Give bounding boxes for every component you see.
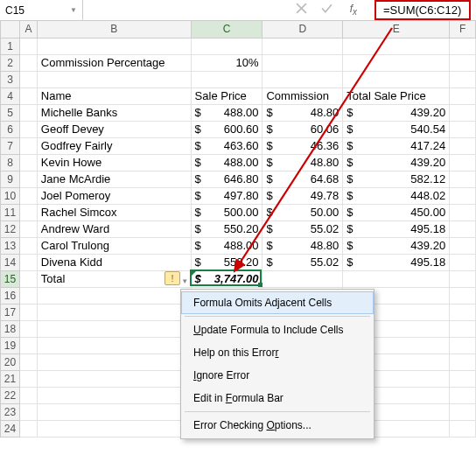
row-header-16[interactable]: 16 xyxy=(1,287,20,304)
cell-A22[interactable] xyxy=(19,387,37,403)
cell-A21[interactable] xyxy=(19,370,37,387)
cell-E11[interactable]: $450.00 xyxy=(343,204,450,220)
chevron-down-icon[interactable]: ▼ xyxy=(70,6,77,14)
cell-A8[interactable] xyxy=(19,154,37,171)
row-header-12[interactable]: 12 xyxy=(1,220,20,237)
cell-E10[interactable]: $448.02 xyxy=(343,187,450,204)
cell-C3[interactable] xyxy=(191,71,262,88)
cell-A20[interactable] xyxy=(19,354,37,370)
confirm-icon[interactable] xyxy=(321,3,332,17)
cell-B7[interactable]: Godfrey Fairly xyxy=(37,137,191,154)
cell-B19[interactable] xyxy=(37,337,191,354)
name-box[interactable]: C15 ▼ xyxy=(0,0,83,20)
cell-F23[interactable] xyxy=(450,403,476,420)
row-header-9[interactable]: 9 xyxy=(1,171,20,187)
cell-B5[interactable]: Michelle Banks xyxy=(37,104,191,121)
cell-A24[interactable] xyxy=(19,420,37,437)
cell-A6[interactable] xyxy=(19,121,37,137)
cell-B9[interactable]: Jane McArdie xyxy=(37,171,191,187)
menu-error-options[interactable]: Error Checking Options... xyxy=(181,414,374,437)
cell-B20[interactable] xyxy=(37,354,191,370)
cell-A18[interactable] xyxy=(19,320,37,337)
row-header-20[interactable]: 20 xyxy=(1,354,20,370)
cell-F11[interactable] xyxy=(450,204,476,220)
formula-input[interactable]: =SUM(C6:C12) xyxy=(374,0,471,20)
row-header-1[interactable]: 1 xyxy=(1,38,20,54)
cell-F4[interactable] xyxy=(450,88,476,104)
cell-D3[interactable] xyxy=(262,71,343,88)
cell-D15[interactable] xyxy=(262,270,343,287)
cell-E5[interactable]: $439.20 xyxy=(343,104,450,121)
cell-A17[interactable] xyxy=(19,304,37,320)
cell-C6[interactable]: $600.60 xyxy=(191,121,262,137)
cell-B21[interactable] xyxy=(37,370,191,387)
cell-F14[interactable] xyxy=(450,254,476,270)
cell-C12[interactable]: $550.20 xyxy=(191,220,262,237)
cell-F12[interactable] xyxy=(450,220,476,237)
cell-D11[interactable]: $50.00 xyxy=(262,204,343,220)
row-header-22[interactable]: 22 xyxy=(1,387,20,403)
cell-A23[interactable] xyxy=(19,403,37,420)
row-header-7[interactable]: 7 xyxy=(1,137,20,154)
cell-A5[interactable] xyxy=(19,104,37,121)
cell-D5[interactable]: $48.80 xyxy=(262,104,343,121)
cell-A15[interactable] xyxy=(19,270,37,287)
cell-B23[interactable] xyxy=(37,403,191,420)
cell-B17[interactable] xyxy=(37,304,191,320)
cell-D10[interactable]: $49.78 xyxy=(262,187,343,204)
cell-D7[interactable]: $46.36 xyxy=(262,137,343,154)
cell-B16[interactable] xyxy=(37,287,191,304)
menu-formula-omits[interactable]: Formula Omits Adjacent Cells xyxy=(181,291,374,314)
cell-A3[interactable] xyxy=(19,71,37,88)
row-header-18[interactable]: 18 xyxy=(1,320,20,337)
cell-F1[interactable] xyxy=(450,38,476,54)
cell-B2[interactable]: Commission Percentage xyxy=(37,54,191,71)
cell-F24[interactable] xyxy=(450,420,476,437)
cell-B4[interactable]: Name xyxy=(37,88,191,104)
cell-D12[interactable]: $55.02 xyxy=(262,220,343,237)
chevron-down-icon[interactable]: ▼ xyxy=(181,276,188,288)
cell-A10[interactable] xyxy=(19,187,37,204)
cell-A13[interactable] xyxy=(19,237,37,254)
cell-B24[interactable] xyxy=(37,420,191,437)
cell-E9[interactable]: $582.12 xyxy=(343,171,450,187)
cell-C7[interactable]: $463.60 xyxy=(191,137,262,154)
cell-F7[interactable] xyxy=(450,137,476,154)
cell-F21[interactable] xyxy=(450,370,476,387)
cell-B10[interactable]: Joel Pomeroy xyxy=(37,187,191,204)
cell-D9[interactable]: $64.68 xyxy=(262,171,343,187)
error-smart-tag[interactable]: !▼ xyxy=(164,271,180,285)
cell-F20[interactable] xyxy=(450,354,476,370)
cell-F22[interactable] xyxy=(450,387,476,403)
col-header-F[interactable]: F xyxy=(450,21,476,38)
cell-A1[interactable] xyxy=(19,38,37,54)
cell-C9[interactable]: $646.80 xyxy=(191,171,262,187)
cell-C11[interactable]: $500.00 xyxy=(191,204,262,220)
cell-F17[interactable] xyxy=(450,304,476,320)
row-header-14[interactable]: 14 xyxy=(1,254,20,270)
cell-A14[interactable] xyxy=(19,254,37,270)
row-header-19[interactable]: 19 xyxy=(1,337,20,354)
cell-F13[interactable] xyxy=(450,237,476,254)
row-header-17[interactable]: 17 xyxy=(1,304,20,320)
cell-E7[interactable]: $417.24 xyxy=(343,137,450,154)
cell-D4[interactable]: Commission xyxy=(262,88,343,104)
cell-E1[interactable] xyxy=(343,38,450,54)
cell-E14[interactable]: $495.18 xyxy=(343,254,450,270)
cell-C5[interactable]: $488.00 xyxy=(191,104,262,121)
cell-F3[interactable] xyxy=(450,71,476,88)
cell-F9[interactable] xyxy=(450,171,476,187)
row-header-2[interactable]: 2 xyxy=(1,54,20,71)
row-header-23[interactable]: 23 xyxy=(1,403,20,420)
cell-A4[interactable] xyxy=(19,88,37,104)
row-header-5[interactable]: 5 xyxy=(1,104,20,121)
row-header-15[interactable]: 15 xyxy=(1,270,20,287)
cell-A16[interactable] xyxy=(19,287,37,304)
cell-F18[interactable] xyxy=(450,320,476,337)
col-header-D[interactable]: D xyxy=(262,21,343,38)
cell-C10[interactable]: $497.80 xyxy=(191,187,262,204)
cell-A12[interactable] xyxy=(19,220,37,237)
cell-E15[interactable] xyxy=(343,270,450,287)
cell-F19[interactable] xyxy=(450,337,476,354)
cell-E13[interactable]: $439.20 xyxy=(343,237,450,254)
